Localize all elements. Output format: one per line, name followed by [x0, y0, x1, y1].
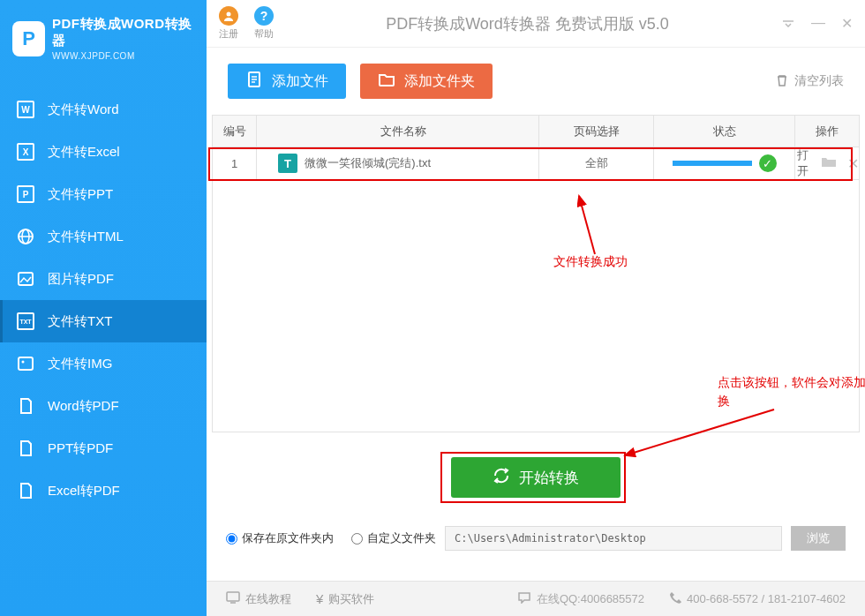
add-file-button[interactable]: 添加文件 [228, 64, 346, 99]
sidebar-item-ppt2pdf[interactable]: PPT转PDF [0, 427, 207, 470]
txt-icon: TXT [16, 312, 35, 331]
pdf-icon [16, 481, 35, 500]
tutorial-label: 在线教程 [245, 591, 291, 607]
minimize-icon[interactable]: — [811, 15, 825, 32]
clear-list-button[interactable]: 清空列表 [775, 73, 844, 90]
svg-point-6 [227, 12, 231, 17]
row-num: 1 [213, 147, 257, 180]
save-same-folder-radio[interactable]: 保存在原文件夹内 [226, 530, 334, 546]
progress-bar [673, 161, 752, 166]
sidebar-item-label: 文件转HTML [48, 229, 124, 245]
register-label: 注册 [219, 27, 238, 41]
app-title: PDF转换成Word转换器 免费试用版 v5.0 [282, 13, 772, 34]
toolbar: 添加文件 添加文件夹 清空列表 [207, 48, 865, 115]
buy-link[interactable]: ¥ 购买软件 [316, 591, 374, 607]
check-icon: ✓ [759, 154, 777, 172]
table-header-row: 编号 文件名称 页码选择 状态 操作 [213, 116, 860, 147]
yen-icon: ¥ [316, 591, 323, 606]
sidebar-item-label: 文件转TXT [48, 313, 112, 330]
save-custom-folder-radio[interactable]: 自定义文件夹 [351, 530, 436, 546]
col-name-header: 文件名称 [257, 116, 539, 147]
page-select[interactable]: 全部 [539, 147, 654, 180]
save-custom-label: 自定义文件夹 [367, 530, 436, 546]
add-file-label: 添加文件 [272, 72, 328, 91]
table-row[interactable]: 1 T 微微一笑很倾城(完结).txt 全部 ✓ [213, 147, 860, 180]
sidebar-item-word2pdf[interactable]: Word转PDF [0, 385, 207, 427]
statusbar: 在线教程 ¥ 购买软件 在线QQ:4006685572 400-668-5572… [207, 581, 865, 616]
sidebar-item-ppt[interactable]: P 文件转PPT [0, 173, 207, 215]
phone-info[interactable]: 400-668-5572 / 181-2107-4602 [669, 591, 846, 606]
user-icon [219, 6, 238, 26]
help-button[interactable]: ? 帮助 [254, 6, 274, 41]
logo-area: P PDF转换成WORD转换器 WWW.XJPDF.COM [0, 0, 207, 88]
refresh-icon [493, 467, 510, 489]
dropdown-icon[interactable] [781, 15, 795, 32]
file-name: 微微一笑很倾城(完结).txt [305, 155, 431, 171]
path-input[interactable] [445, 526, 782, 551]
folder-open-icon[interactable] [821, 155, 837, 171]
buy-label: 购买软件 [328, 591, 374, 607]
folder-icon [378, 71, 395, 92]
sidebar-item-excel2pdf[interactable]: Excel转PDF [0, 470, 207, 512]
empty-area [213, 180, 860, 432]
status-cell: ✓ [654, 154, 794, 172]
convert-label: 开始转换 [519, 468, 579, 488]
radio-custom[interactable] [351, 533, 363, 545]
svg-rect-14 [227, 592, 239, 601]
open-link[interactable]: 打开 [795, 147, 810, 179]
remove-icon[interactable]: ✕ [847, 155, 859, 172]
sidebar: P PDF转换成WORD转换器 WWW.XJPDF.COM W 文件转Word … [0, 0, 207, 616]
qq-info[interactable]: 在线QQ:4006685572 [517, 591, 644, 607]
browse-button[interactable]: 浏览 [791, 526, 846, 551]
help-icon: ? [254, 6, 274, 26]
sidebar-item-label: PPT转PDF [48, 440, 113, 457]
logo-icon: P [12, 21, 45, 56]
sidebar-item-html[interactable]: 文件转HTML [0, 215, 207, 258]
ppt-icon: P [16, 184, 35, 204]
col-status-header: 状态 [654, 116, 795, 147]
svg-rect-4 [19, 357, 33, 370]
sidebar-item-img2pdf[interactable]: 图片转PDF [0, 258, 207, 300]
chat-icon [517, 591, 531, 606]
word-icon: W [16, 100, 35, 119]
save-options: 保存在原文件夹内 自定义文件夹 浏览 [207, 514, 865, 563]
phone-label: 400-668-5572 / 181-2107-4602 [687, 592, 846, 605]
col-num-header: 编号 [213, 116, 257, 147]
image-icon [16, 269, 35, 289]
clear-list-label: 清空列表 [794, 73, 844, 89]
sidebar-item-txt[interactable]: TXT 文件转TXT [0, 300, 207, 342]
excel-icon: X [16, 142, 35, 162]
nav-list: W 文件转Word X 文件转Excel P 文件转PPT 文件转HTML [0, 88, 207, 616]
sidebar-item-label: 文件转IMG [48, 356, 112, 372]
brand-subtitle: WWW.XJPDF.COM [52, 51, 194, 61]
sidebar-item-word[interactable]: W 文件转Word [0, 88, 207, 131]
trash-icon [775, 73, 789, 90]
start-convert-button[interactable]: 开始转换 [451, 457, 621, 498]
txt-file-icon: T [278, 154, 297, 173]
picture-icon [16, 354, 35, 373]
pdf-icon [16, 439, 35, 458]
sidebar-item-label: Word转PDF [48, 398, 119, 415]
sidebar-item-label: 文件转Word [48, 101, 119, 118]
sidebar-item-label: Excel转PDF [48, 483, 120, 500]
tutorial-link[interactable]: 在线教程 [226, 591, 291, 607]
close-icon[interactable]: ✕ [841, 15, 853, 32]
register-button[interactable]: 注册 [219, 6, 238, 41]
save-same-label: 保存在原文件夹内 [242, 530, 334, 546]
sidebar-item-excel[interactable]: X 文件转Excel [0, 131, 207, 173]
sidebar-item-label: 文件转Excel [48, 144, 120, 161]
sidebar-item-label: 文件转PPT [48, 186, 113, 203]
brand-title: PDF转换成WORD转换器 [52, 16, 194, 49]
main-area: 注册 ? 帮助 PDF转换成Word转换器 免费试用版 v5.0 — ✕ [207, 0, 865, 616]
qq-label: 在线QQ:4006685572 [537, 591, 644, 607]
radio-same[interactable] [226, 533, 237, 545]
help-label: 帮助 [254, 27, 274, 41]
sidebar-item-label: 图片转PDF [48, 271, 114, 288]
svg-point-5 [22, 361, 25, 364]
sidebar-item-file2img[interactable]: 文件转IMG [0, 342, 207, 385]
col-page-header: 页码选择 [539, 116, 654, 147]
add-folder-button[interactable]: 添加文件夹 [360, 64, 493, 99]
file-table: 编号 文件名称 页码选择 状态 操作 1 T 微微一笑很倾城(完结).txt [207, 115, 865, 432]
add-folder-label: 添加文件夹 [404, 72, 475, 91]
monitor-icon [226, 591, 240, 606]
